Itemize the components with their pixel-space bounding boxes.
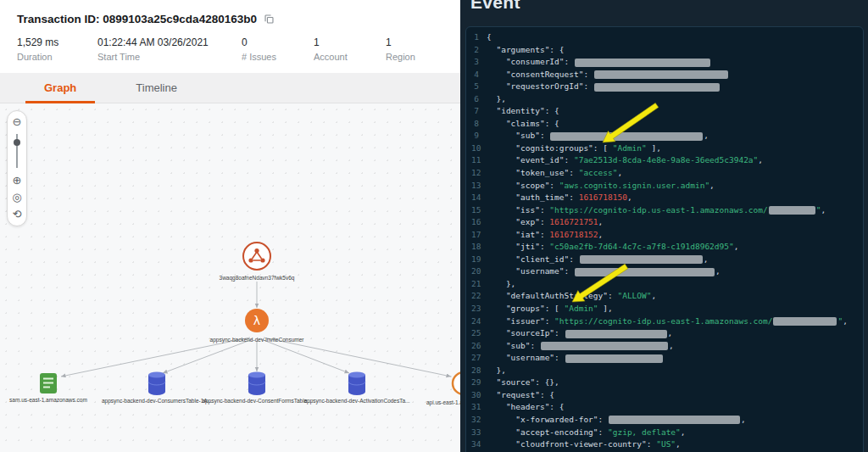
code-line: 6 }, [471, 93, 860, 106]
dynamodb-icon [147, 371, 167, 399]
line-number: 20 [471, 265, 487, 278]
api-icon [451, 371, 460, 399]
line-number: 5 [471, 81, 487, 93]
line-number: 12 [471, 167, 487, 180]
line-number: 19 [471, 254, 487, 266]
event-panel: Event 1{2 "arguments": {3 "consumerId": … [460, 0, 868, 452]
graph-node-label: appsync-backend-dev-ActivationCodesTa... [303, 398, 409, 404]
line-number: 2 [471, 44, 487, 57]
redacted-value [594, 83, 720, 92]
copy-icon[interactable] [264, 14, 275, 25]
redacted-value [769, 206, 815, 215]
zoom-out-icon[interactable]: ⊖ [13, 115, 22, 128]
locate-icon[interactable]: ◎ [12, 191, 21, 204]
code-line: 30 "request": { [471, 389, 860, 402]
code-line: 20 "username": , [471, 265, 860, 278]
line-number: 24 [471, 315, 487, 328]
redacted-value [550, 132, 703, 141]
code-line: 11 "event_id": "7ae2513d-8cda-4e8e-9a8e-… [471, 154, 860, 167]
trace-panel: Transaction ID: 0899103a25c9cda4280163b0… [0, 0, 460, 452]
line-number: 21 [471, 278, 487, 291]
code-line: 10 "cognito:groups": [ "Admin" ], [471, 142, 860, 155]
graph-canvas[interactable]: 3waqg8oafneNdavn37fwk5v6q λappsync-backe… [0, 103, 460, 452]
code-line: 14 "auth_time": 1616718150, [471, 192, 860, 204]
code-line: 15 "iss": "https://cognito-idp.us-east-1… [471, 204, 860, 217]
line-number: 26 [471, 340, 487, 353]
code-line: 21 }, [471, 278, 860, 291]
line-number: 11 [471, 154, 487, 167]
redacted-value [565, 330, 667, 338]
line-number: 13 [471, 180, 487, 193]
stat-region: 1Region [386, 36, 415, 62]
line-number: 9 [471, 130, 487, 142]
graph-edge [163, 339, 253, 373]
line-number: 32 [471, 414, 487, 427]
graph-node-label: appsync-backend-dev-ConsentFormsTable... [202, 398, 311, 404]
appsync-icon [242, 241, 272, 275]
zoom-controls: ⊖ ⊕ ◎ ⟲ [7, 110, 27, 226]
redacted-value [541, 342, 668, 350]
line-number: 6 [471, 93, 487, 106]
graph-node-label: sam.us-east-1.amazonaws.com [9, 397, 87, 403]
svg-text:λ: λ [253, 314, 260, 327]
zoom-in-icon[interactable]: ⊕ [13, 174, 22, 187]
lambda-icon: λ [244, 308, 270, 337]
reset-view-icon[interactable]: ⟲ [13, 208, 22, 220]
redacted-value [580, 255, 703, 264]
redacted-value [575, 268, 715, 276]
line-number: 28 [471, 365, 487, 377]
line-number: 27 [471, 352, 487, 365]
redacted-value [773, 317, 837, 326]
code-line: 2 "arguments": { [471, 44, 860, 57]
line-number: 29 [471, 377, 487, 389]
tab-graph[interactable]: Graph [25, 73, 95, 103]
event-json-viewer[interactable]: 1{2 "arguments": {3 "consumerId": 4 "con… [465, 26, 864, 452]
redacted-value [609, 416, 740, 424]
tab-bar: GraphTimeline [0, 73, 460, 103]
tab-timeline[interactable]: Timeline [117, 73, 196, 103]
code-line: 9 "sub": , [471, 130, 860, 142]
code-line: 27 "username": [471, 352, 860, 365]
line-number: 16 [471, 216, 487, 229]
code-line: 31 "headers": { [471, 401, 860, 414]
trace-header: Transaction ID: 0899103a25c9cda4280163b0… [0, 0, 460, 73]
code-line: 19 "client_id": , [471, 254, 860, 266]
line-number: 33 [471, 427, 487, 439]
line-number: 14 [471, 192, 487, 204]
code-line: 12 "token_use": "access", [471, 167, 860, 180]
line-number: 31 [471, 401, 487, 414]
stat-account: 1Account [314, 36, 386, 62]
line-number: 4 [471, 69, 487, 81]
stat--issues: 0# Issues [242, 36, 314, 62]
redacted-value [575, 59, 710, 67]
line-number: 8 [471, 118, 487, 131]
graph-node-label: 3waqg8oafneNdavn37fwk5v6q [220, 275, 295, 281]
graph-edge [261, 339, 349, 373]
line-number: 22 [471, 290, 487, 303]
zoom-slider-thumb[interactable] [14, 139, 20, 146]
code-line: 13 "scope": "aws.cognito.signin.user.adm… [471, 180, 860, 193]
app-root: Transaction ID: 0899103a25c9cda4280163b0… [0, 0, 868, 452]
code-line: 34 "cloudfront-viewer-country": "US", [471, 438, 860, 451]
line-number: 1 [471, 31, 487, 44]
line-number: 18 [471, 241, 487, 254]
code-line: 17 "iat": 1616718152, [471, 229, 860, 242]
stats-row: 1,529 msDuration01:22:44 AM 03/26/2021St… [17, 36, 460, 62]
code-line: 3 "consumerId": [471, 56, 860, 69]
line-number: 17 [471, 229, 487, 242]
code-line: 26 "sub": , [471, 340, 860, 353]
stat-duration: 1,529 msDuration [17, 36, 97, 62]
zoom-slider[interactable] [8, 132, 26, 170]
line-number: 34 [471, 438, 487, 451]
green-icon [39, 372, 58, 398]
event-panel-title: Event [470, 0, 520, 13]
line-number: 25 [471, 327, 487, 340]
code-line: 22 "defaultAuthStrategy": "ALLOW", [471, 290, 860, 303]
code-line: 23 "groups": [ "Admin" ], [471, 303, 860, 315]
transaction-row: Transaction ID: 0899103a25c9cda4280163b0 [17, 13, 460, 25]
code-line: 1{ [471, 31, 860, 44]
code-line: 28 }, [471, 365, 860, 377]
line-number: 10 [471, 142, 487, 155]
code-lines: 1{2 "arguments": {3 "consumerId": 4 "con… [471, 31, 860, 451]
line-number: 15 [471, 204, 487, 217]
